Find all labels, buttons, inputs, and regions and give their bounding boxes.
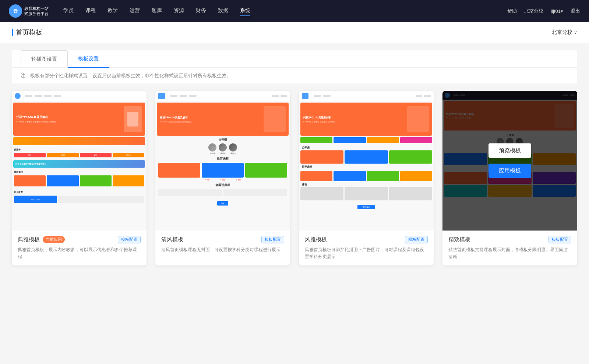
preview-btn-jingzhi[interactable]: 预览模板 <box>489 143 531 158</box>
preview-btn-fengya[interactable]: 预览模板 <box>345 143 388 158</box>
logo-icon: 云 <box>9 4 22 18</box>
nav-item-kecheng[interactable]: 课程 <box>85 6 96 16</box>
template-preview-qingfeng[interactable]: 托福TP01-54真题及解析 PY+wei小·心读笔记·遇遇笔记·鸡鸡笔记 公开… <box>155 91 290 231</box>
nav-item-ziyuan[interactable]: 资源 <box>174 6 184 16</box>
badge-current-dianya: 当前应用 <box>43 236 65 243</box>
template-name-dianya: 典雅模板 <box>18 236 40 243</box>
template-name-jingzhi: 精致模板 <box>448 236 470 243</box>
template-overlay-jingzhi: 预览模板 应用模板 <box>442 91 577 231</box>
apply-btn-fengya[interactable]: 应用模板 <box>345 164 388 178</box>
config-btn-fengya[interactable]: 模板配置 <box>405 236 428 243</box>
main-content: 轮播图设置 模板设置 注：模板有部分个性化样式设置，设置后仅当前模板生效；非个性… <box>0 43 589 364</box>
main-nav: 云 教育机构一站 式服务云平台 学员 课程 教学 运营 题库 资源 财务 数据 … <box>0 0 589 22</box>
nav-item-yunyun[interactable]: 运营 <box>130 6 140 16</box>
nav-item-xitong[interactable]: 系统 <box>240 6 250 16</box>
config-btn-jingzhi[interactable]: 模板配置 <box>549 236 571 243</box>
page-header: 首页模板 北京分校 <box>0 22 589 43</box>
preview-btn-dianya[interactable]: 预览模板 <box>58 143 100 158</box>
template-preview-jingzhi[interactable]: 托福TP01-54真题及解析 PY+wei小·心读笔记·遇遇笔记·技技笔记 公开… <box>442 91 577 231</box>
tabs: 轮播图设置 模板设置 <box>12 50 577 68</box>
nav-item-caiwu[interactable]: 财务 <box>196 6 206 16</box>
template-grid: 托福TP01-54真题及解析 PY+wei小·心读笔记·遇遇笔记·鸡鸡笔记·技技… <box>12 91 577 265</box>
apply-btn-dianya[interactable]: 应用模板 <box>58 164 100 178</box>
template-card-qingfeng: 托福TP01-54真题及解析 PY+wei小·心读笔记·遇遇笔记·鸡鸡笔记 公开… <box>155 91 290 265</box>
note-text: 注：模板有部分个性化样式设置，设置后仅当前模板生效；非个性化样式设置后针对所有模… <box>12 68 577 83</box>
template-card-jingzhi: 托福TP01-54真题及解析 PY+wei小·心读笔记·遇遇笔记·技技笔记 公开… <box>442 91 577 265</box>
template-desc-fengya: 风雅首页模板可添加轮播图下广告图片，可对课程及课程包设置学科分类展示 <box>305 246 428 260</box>
template-desc-jingzhi: 精致首页模板支持课程展示封面，各模板分隔明显，界面简洁清晰 <box>448 246 571 260</box>
logo-text: 教育机构一站 式服务云平台 <box>24 6 49 17</box>
branch-selector[interactable]: 北京分校 <box>552 29 577 36</box>
template-preview-fengya[interactable]: 托福TP01-54真题及解析 PY+wei小·心读笔记·遇遇笔记·技技笔记 公开… <box>299 91 434 231</box>
tab-carousel[interactable]: 轮播图设置 <box>21 50 68 68</box>
template-info-dianya: 典雅模板 当前应用 模板配置 典雅首页模板，展示内容较多，可以展示优惠券和多个推… <box>12 231 147 265</box>
template-name-fengya: 风雅模板 <box>305 236 327 243</box>
config-btn-qingfeng[interactable]: 模板配置 <box>261 236 284 243</box>
preview-btn-qingfeng[interactable]: 预览模板 <box>201 143 244 158</box>
tabs-container: 轮播图设置 模板设置 <box>12 50 577 68</box>
nav-branch[interactable]: 北京分校 <box>524 8 543 14</box>
tab-template[interactable]: 模板设置 <box>68 50 109 67</box>
apply-btn-jingzhi[interactable]: 应用模板 <box>489 164 531 178</box>
page-title: 首页模板 <box>12 28 42 37</box>
apply-btn-qingfeng[interactable]: 应用模板 <box>201 164 244 178</box>
template-desc-qingfeng: 清风首页模板课程无封面，可设置按学科分类对课程进行展示 <box>161 246 284 253</box>
nav-help[interactable]: 帮助 <box>507 8 517 14</box>
logo[interactable]: 云 教育机构一站 式服务云平台 <box>9 4 49 18</box>
nav-item-shuju[interactable]: 数据 <box>218 6 228 16</box>
template-info-jingzhi: 精致模板 模板配置 精致首页模板支持课程展示封面，各模板分隔明显，界面简洁清晰 <box>442 231 577 265</box>
template-card-dianya: 托福TP01-54真题及解析 PY+wei小·心读笔记·遇遇笔记·鸡鸡笔记·技技… <box>12 91 147 265</box>
template-info-qingfeng: 清风模板 模板配置 清风首页模板课程无封面，可设置按学科分类对课程进行展示 <box>155 231 290 258</box>
template-card-fengya: 托福TP01-54真题及解析 PY+wei小·心读笔记·遇遇笔记·技技笔记 公开… <box>299 91 434 265</box>
nav-logout[interactable]: 退出 <box>571 8 580 14</box>
template-name-qingfeng: 清风模板 <box>161 236 183 243</box>
config-btn-dianya[interactable]: 模板配置 <box>118 236 141 243</box>
nav-right: 帮助 北京分校 lijt01▾ 退出 <box>507 8 580 14</box>
nav-item-xueyuan[interactable]: 学员 <box>63 6 74 16</box>
nav-item-tiku[interactable]: 题库 <box>152 6 162 16</box>
nav-item-jiaoxue[interactable]: 教学 <box>107 6 118 16</box>
nav-menu: 学员 课程 教学 运营 题库 资源 财务 数据 系统 <box>63 6 507 16</box>
template-preview-dianya[interactable]: 托福TP01-54真题及解析 PY+wei小·心读笔记·遇遇笔记·鸡鸡笔记·技技… <box>12 91 147 231</box>
template-info-fengya: 风雅模板 模板配置 风雅首页模板可添加轮播图下广告图片，可对课程及课程包设置学科… <box>299 231 434 265</box>
nav-user[interactable]: lijt01▾ <box>551 8 563 14</box>
template-desc-dianya: 典雅首页模板，展示内容较多，可以展示优惠券和多个推荐课程 <box>18 246 141 260</box>
